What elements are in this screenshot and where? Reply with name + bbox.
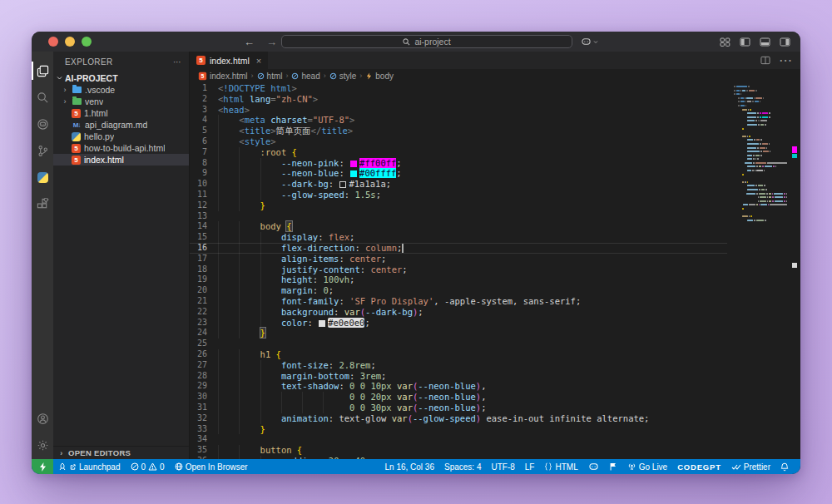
rocket-icon bbox=[58, 462, 67, 471]
tree-item-.vscode[interactable]: ›.vscode bbox=[53, 84, 189, 96]
code-line[interactable]: 17 align-items: center; bbox=[190, 254, 727, 264]
explorer-more-actions-icon[interactable]: ⋯ bbox=[173, 57, 182, 67]
launchpad-label: Launchpad bbox=[79, 462, 121, 472]
code-line[interactable]: 4 <meta charset="UTF-8"> bbox=[190, 115, 727, 126]
codegpt-status[interactable]: CODEGPT bbox=[672, 459, 726, 474]
problems-indicator[interactable]: 0 0 bbox=[126, 459, 170, 474]
encoding-setting[interactable]: UTF-8 bbox=[486, 459, 519, 474]
code-line[interactable]: 11 --glow-speed: 1.5s; bbox=[190, 190, 727, 200]
code-line[interactable]: 7 :root { bbox=[190, 147, 727, 158]
chevron-right-icon[interactable]: › bbox=[62, 97, 68, 106]
code-line[interactable]: 36 padding: 20px 40px; bbox=[190, 456, 727, 459]
tree-item-1.html[interactable]: 51.html bbox=[53, 107, 189, 119]
minimize-window-button[interactable] bbox=[65, 37, 75, 47]
tree-item-venv[interactable]: ›venv bbox=[53, 96, 189, 107]
code-line[interactable]: 5 <title>简单页面</title> bbox=[190, 126, 727, 136]
toggle-sidebar-icon[interactable] bbox=[740, 37, 750, 47]
remote-indicator[interactable] bbox=[32, 459, 53, 474]
code-line[interactable]: 12 } bbox=[190, 200, 727, 211]
prettier-status[interactable]: Prettier bbox=[726, 459, 775, 474]
code-line[interactable]: 2<html lang="zh-CN"> bbox=[190, 94, 727, 105]
code-line[interactable]: 10 --dark-bg: #1a1a1a; bbox=[190, 179, 727, 190]
tree-item-index.html[interactable]: 5index.html bbox=[53, 154, 189, 166]
code-line[interactable]: 8 --neon-pink: #ff00ff; bbox=[190, 158, 727, 169]
breadcrumb-item-style[interactable]: style bbox=[329, 72, 357, 81]
breadcrumb-item-index.html[interactable]: 5index.html bbox=[198, 72, 248, 81]
launchpad-button[interactable]: Launchpad bbox=[53, 459, 126, 474]
chat-icon[interactable] bbox=[32, 111, 53, 136]
tree-item-hello.py[interactable]: hello.py bbox=[53, 131, 189, 142]
split-editor-icon[interactable] bbox=[760, 56, 770, 65]
account-icon[interactable] bbox=[32, 406, 53, 431]
code-line[interactable]: 27 font-size: 2.8rem; bbox=[190, 360, 727, 371]
code-line[interactable]: 20 margin: 0; bbox=[190, 285, 727, 296]
close-window-button[interactable] bbox=[48, 37, 58, 47]
toggle-secondary-sidebar-icon[interactable] bbox=[780, 37, 790, 47]
breadcrumb-item-body[interactable]: body bbox=[365, 72, 394, 81]
editor-more-actions-icon[interactable]: ⋯ bbox=[779, 52, 792, 68]
copilot-status[interactable] bbox=[583, 459, 604, 474]
back-button[interactable]: ← bbox=[244, 36, 255, 48]
explorer-icon[interactable] bbox=[32, 58, 53, 83]
code-line[interactable]: 19 height: 100vh; bbox=[190, 274, 727, 285]
tree-item-how-to-build-api.html[interactable]: 5how-to-build-api.html bbox=[53, 142, 189, 154]
python-extension-icon[interactable] bbox=[32, 165, 53, 190]
code-line[interactable]: 16 flex-direction: column; bbox=[190, 243, 727, 254]
eol-setting[interactable]: LF bbox=[520, 459, 540, 474]
code-line[interactable]: 29 text-shadow: 0 0 10px var(--neon-blue… bbox=[190, 381, 727, 392]
notifications-bell-icon[interactable] bbox=[775, 459, 794, 474]
source-control-icon[interactable] bbox=[32, 138, 53, 163]
code-editor[interactable]: 1<!DOCTYPE html>2<html lang="zh-CN">3<he… bbox=[190, 82, 800, 459]
breadcrumb-item-head[interactable]: head bbox=[291, 72, 319, 81]
language-mode[interactable]: HTML bbox=[539, 459, 582, 474]
maximize-window-button[interactable] bbox=[82, 37, 92, 47]
tree-item-api_diagram.md[interactable]: M↓api_diagram.md bbox=[53, 119, 189, 131]
customize-layout-icon[interactable] bbox=[720, 37, 730, 47]
go-live-button[interactable]: Go Live bbox=[622, 459, 672, 474]
command-center-search[interactable]: ai-project bbox=[281, 35, 572, 48]
code-line[interactable]: 18 justify-content: center; bbox=[190, 264, 727, 275]
code-line[interactable]: 24 } bbox=[190, 328, 727, 338]
code-line[interactable]: 31 0 0 30px var(--neon-blue); bbox=[190, 403, 727, 413]
extensions-icon[interactable] bbox=[32, 191, 53, 216]
code-line[interactable]: 14 body { bbox=[190, 221, 727, 232]
code-line[interactable]: 30 0 0 20px var(--neon-blue), bbox=[190, 392, 727, 403]
feedback-status[interactable] bbox=[604, 459, 622, 474]
code-line[interactable]: 33 } bbox=[190, 424, 727, 435]
copilot-menu[interactable] bbox=[581, 37, 598, 47]
code-line[interactable]: 6 <style> bbox=[190, 136, 727, 147]
code-line[interactable]: 32 animation: text-glow var(--glow-speed… bbox=[190, 413, 727, 424]
code-line[interactable]: 3<head> bbox=[190, 105, 727, 116]
settings-gear-icon[interactable] bbox=[32, 432, 53, 457]
code-line[interactable]: 1<!DOCTYPE html> bbox=[190, 83, 727, 94]
overview-ruler[interactable] bbox=[789, 82, 800, 459]
project-root-folder[interactable]: AI-PROJECT bbox=[53, 72, 189, 84]
line-number: 32 bbox=[190, 413, 218, 424]
file-label: venv bbox=[85, 96, 103, 106]
code-line[interactable]: 25 bbox=[190, 338, 727, 349]
search-icon[interactable] bbox=[32, 85, 53, 110]
close-tab-icon[interactable]: × bbox=[256, 56, 261, 66]
open-editors-section[interactable]: › OPEN EDITORS bbox=[53, 446, 189, 459]
line-number: 13 bbox=[190, 211, 218, 222]
code-line[interactable]: 35 button { bbox=[190, 445, 727, 456]
code-line[interactable]: 28 margin-bottom: 3rem; bbox=[190, 371, 727, 382]
code-line[interactable]: 26 h1 { bbox=[190, 349, 727, 360]
code-line[interactable]: 15 display: flex; bbox=[190, 232, 727, 243]
code-line[interactable]: 23 color: #e0e0e0; bbox=[190, 318, 727, 329]
code-line[interactable]: 34 bbox=[190, 434, 727, 445]
indentation-setting[interactable]: Spaces: 4 bbox=[439, 459, 486, 474]
chevron-right-icon[interactable]: › bbox=[62, 86, 68, 94]
code-line[interactable]: 21 font-family: 'SF Pro Display', -apple… bbox=[190, 296, 727, 307]
breadcrumb-item-html[interactable]: html bbox=[257, 72, 283, 81]
cursor-position[interactable]: Ln 16, Col 36 bbox=[379, 459, 439, 474]
line-number: 24 bbox=[190, 328, 218, 338]
code-line[interactable]: 22 background: var(--dark-bg); bbox=[190, 307, 727, 318]
open-in-browser-button[interactable]: Open In Browser bbox=[170, 459, 253, 474]
minimap[interactable] bbox=[734, 86, 787, 223]
code-line[interactable]: 9 --neon-blue: #00ffff; bbox=[190, 168, 727, 179]
tab-index-html[interactable]: 5 index.html × bbox=[190, 52, 268, 69]
toggle-panel-icon[interactable] bbox=[760, 37, 770, 47]
code-line[interactable]: 13 bbox=[190, 211, 727, 222]
forward-button[interactable]: → bbox=[266, 36, 277, 48]
